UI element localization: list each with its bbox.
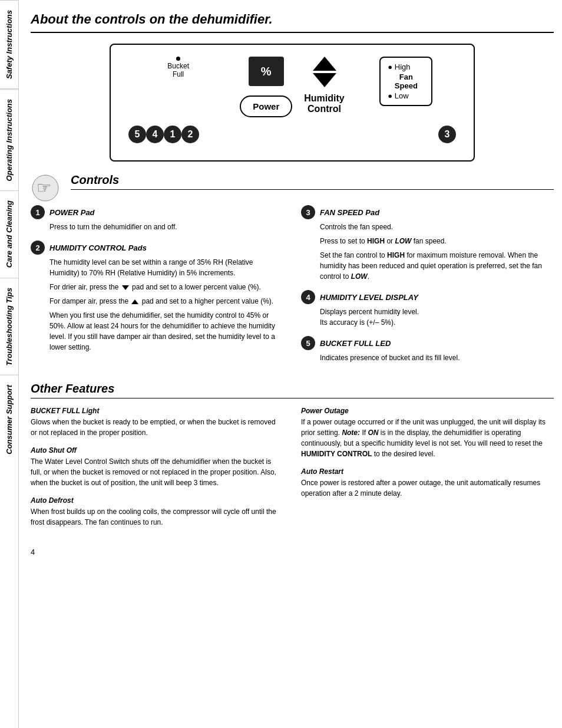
- other-features-rule: [31, 398, 554, 398]
- title-rule: [31, 32, 554, 33]
- ctrl-body-3: Controls the fan speed. Press to set to …: [301, 222, 554, 282]
- humidity-down-arrow[interactable]: [313, 73, 336, 87]
- inline-up-arrow-1: [131, 299, 138, 304]
- control-header-1: 1 POWER Pad: [31, 205, 283, 219]
- sidebar-item-care[interactable]: Care and Cleaning: [0, 190, 18, 277]
- diagram-right: ● High FanSpeed ● Low: [356, 57, 456, 106]
- fan-high-label: ● High: [388, 62, 410, 71]
- feature-auto-defrost: Auto Defrost When frost builds up on the…: [31, 496, 283, 528]
- inline-down-arrow-1: [122, 285, 129, 290]
- controls-header-row: ☞ Controls: [31, 173, 554, 203]
- features-col-left: BUCKET FULL Light Glows when the bucket …: [31, 407, 283, 536]
- ctrl-body-1: Press to turn the dehumidifier on and of…: [31, 222, 283, 232]
- bucket-full-label: BucketFull: [167, 57, 189, 78]
- diagram-num-3: 3: [438, 126, 456, 143]
- ctrl-title-4: HUMIDITY LEVEL DISPLAY: [320, 293, 418, 302]
- percent-display: %: [249, 57, 284, 86]
- ctrl-num-3: 3: [301, 205, 315, 219]
- sidebar-item-troubleshooting[interactable]: Troubleshooting Tips: [0, 278, 18, 375]
- sidebar-item-consumer[interactable]: Consumer Support: [0, 375, 18, 464]
- controls-section-title: Controls: [71, 173, 554, 187]
- ctrl-title-1: POWER Pad: [49, 208, 95, 217]
- diagram-num-4: 4: [146, 126, 164, 143]
- svg-text:☞: ☞: [37, 179, 51, 197]
- feature-bucket-full-light: BUCKET FULL Light Glows when the bucket …: [31, 407, 283, 438]
- diagram-num-1: 1: [164, 126, 181, 143]
- humidity-control-area: HumidityControl: [304, 57, 344, 114]
- control-header-4: 4 HUMIDITY LEVEL DISPLAY: [301, 290, 554, 304]
- ctrl-body-4: Displays percent humidity level. Its acc…: [301, 307, 554, 328]
- main-content: About the controls on the dehumidifier. …: [19, 0, 562, 728]
- feature-auto-restart: Auto Restart Once power is restored afte…: [301, 467, 554, 499]
- page-number: 4: [31, 548, 554, 556]
- ctrl-title-2: HUMIDITY CONTROL Pads: [49, 243, 147, 252]
- fan-speed-box: ● High FanSpeed ● Low: [379, 57, 432, 106]
- control-item-3: 3 FAN SPEED Pad Controls the fan speed. …: [301, 205, 554, 282]
- control-header-2: 2 HUMIDITY CONTROL Pads: [31, 241, 283, 255]
- feature-body-auto-restart: Once power is restored after a power out…: [301, 477, 554, 499]
- feature-body-power-outage: If a power outage occurred or if the uni…: [301, 417, 554, 459]
- control-item-5: 5 BUCKET FULL LED Indicates presence of …: [301, 336, 554, 363]
- fan-speed-title: FanSpeed: [388, 73, 424, 90]
- controls-grid: 1 POWER Pad Press to turn the dehumidifi…: [31, 205, 554, 371]
- controls-col-left: 1 POWER Pad Press to turn the dehumidifi…: [31, 205, 283, 371]
- control-item-1: 1 POWER Pad Press to turn the dehumidifi…: [31, 205, 283, 232]
- humidity-up-arrow[interactable]: [313, 57, 336, 71]
- other-features-title: Other Features: [31, 382, 554, 396]
- humidity-arrows: [313, 57, 336, 87]
- control-item-2: 2 HUMIDITY CONTROL Pads The humidity lev…: [31, 241, 283, 353]
- sidebar-item-safety[interactable]: Safety Instructions: [0, 0, 18, 89]
- power-button[interactable]: Power: [240, 95, 292, 117]
- diagram-inner: BucketFull % Power HumidityControl: [128, 57, 456, 117]
- feature-body-shutoff: The Water Level Control Switch shuts off…: [31, 456, 283, 488]
- controls-rule: [71, 189, 554, 190]
- diagram-left: BucketFull: [128, 57, 228, 78]
- fan-low-row: ● Low: [388, 91, 424, 100]
- diagram-num-2: 2: [181, 126, 199, 143]
- feature-auto-shutoff: Auto Shut Off The Water Level Control Sw…: [31, 446, 283, 488]
- feature-title-bucket: BUCKET FULL Light: [31, 407, 283, 415]
- fan-high-row: ● High: [388, 62, 424, 71]
- diagram-num-5: 5: [128, 126, 146, 143]
- control-header-5: 5 BUCKET FULL LED: [301, 336, 554, 350]
- feature-title-shutoff: Auto Shut Off: [31, 446, 283, 454]
- feature-power-outage: Power Outage If a power outage occurred …: [301, 407, 554, 459]
- diagram-center: % Power: [240, 57, 292, 117]
- feature-title-defrost: Auto Defrost: [31, 496, 283, 505]
- sidebar: Safety Instructions Operating Instructio…: [0, 0, 19, 728]
- features-grid: BUCKET FULL Light Glows when the bucket …: [31, 407, 554, 536]
- feature-title-auto-restart: Auto Restart: [301, 467, 554, 476]
- page-title: About the controls on the dehumidifier.: [31, 12, 554, 27]
- ctrl-title-5: BUCKET FULL LED: [320, 339, 391, 348]
- ctrl-title-3: FAN SPEED Pad: [320, 208, 379, 217]
- controls-col-right: 3 FAN SPEED Pad Controls the fan speed. …: [301, 205, 554, 371]
- ctrl-num-2: 2: [31, 241, 45, 255]
- ctrl-body-5: Indicates presence of bucket and its fil…: [301, 353, 554, 363]
- features-col-right: Power Outage If a power outage occurred …: [301, 407, 554, 536]
- ctrl-num-5: 5: [301, 336, 315, 350]
- bucket-dot: [176, 57, 180, 61]
- feature-title-power-outage: Power Outage: [301, 407, 554, 415]
- humidity-control-label: HumidityControl: [304, 93, 344, 114]
- control-diagram: BucketFull % Power HumidityControl: [110, 44, 475, 162]
- feature-body-defrost: When frost builds up on the cooling coil…: [31, 506, 283, 528]
- hand-pointer-icon: ☞: [31, 173, 60, 203]
- feature-body-bucket: Glows when the bucket is ready to be emp…: [31, 417, 283, 438]
- ctrl-num-1: 1: [31, 205, 45, 219]
- diagram-numbers: 5 4 1 2 3: [128, 126, 456, 143]
- ctrl-body-2: The humidity level can be set within a r…: [31, 257, 283, 353]
- fan-low-label: ● Low: [388, 91, 408, 100]
- control-item-4: 4 HUMIDITY LEVEL DISPLAY Displays percen…: [301, 290, 554, 328]
- ctrl-num-4: 4: [301, 290, 315, 304]
- sidebar-item-operating[interactable]: Operating Instructions: [0, 89, 18, 190]
- control-header-3: 3 FAN SPEED Pad: [301, 205, 554, 219]
